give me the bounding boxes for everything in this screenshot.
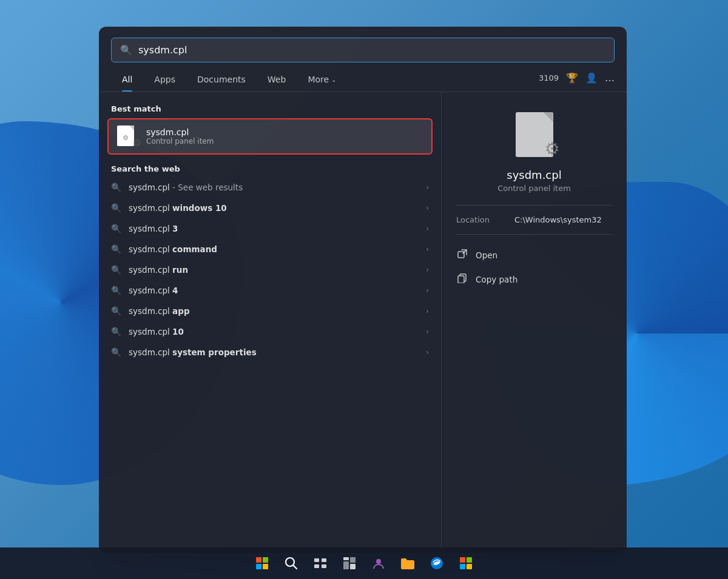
open-label: Open (476, 250, 497, 260)
tab-documents[interactable]: Documents (186, 70, 257, 92)
filter-tabs-left: All Apps Documents Web More ⌄ (111, 70, 347, 92)
file-explorer-icon (400, 557, 415, 569)
web-item-8[interactable]: 🔍 sysdm.cpl system properties › (99, 342, 441, 363)
tab-more[interactable]: More ⌄ (297, 70, 347, 92)
web-item-4[interactable]: 🔍 sysdm.cpl run › (99, 259, 441, 280)
arrow-icon-7: › (426, 327, 429, 336)
taskbar-search-button[interactable] (279, 551, 303, 575)
arrow-icon-2: › (426, 224, 429, 233)
best-match-info: sysdm.cpl Control panel item (146, 127, 423, 146)
tab-web[interactable]: Web (257, 70, 297, 92)
arrow-icon-5: › (426, 286, 429, 295)
svg-rect-18 (467, 564, 472, 569)
svg-rect-16 (467, 557, 472, 563)
start-button[interactable] (250, 551, 274, 575)
svg-rect-8 (322, 564, 326, 568)
detail-gear-icon: ⚙ (544, 139, 559, 159)
web-search-icon-5: 🔍 (111, 286, 121, 295)
best-match-name: sysdm.cpl (146, 127, 423, 137)
detail-name: sysdm.cpl (507, 169, 561, 181)
teams-chat-button[interactable] (366, 551, 391, 575)
more-options-icon[interactable]: … (605, 72, 615, 84)
web-item-0[interactable]: 🔍 sysdm.cpl - See web results › (99, 177, 441, 198)
svg-point-13 (376, 559, 381, 564)
svg-rect-12 (350, 564, 356, 569)
edge-button[interactable] (425, 551, 449, 575)
svg-rect-15 (460, 557, 465, 563)
filter-tabs-right: 3109 🏆 👤 … (539, 72, 615, 90)
best-match-type: Control panel item (146, 137, 423, 146)
search-input[interactable] (138, 44, 605, 56)
widgets-icon (343, 557, 356, 570)
detail-location-row: Location C:\Windows\system32 (456, 215, 612, 224)
web-item-text-5: sysdm.cpl 4 (129, 286, 419, 295)
search-input-area: 🔍 (99, 27, 627, 62)
copy-path-label: Copy path (476, 275, 517, 284)
arrow-icon-3: › (426, 245, 429, 253)
web-item-2[interactable]: 🔍 sysdm.cpl 3 › (99, 218, 441, 239)
file-explorer-button[interactable] (396, 551, 420, 575)
web-item-6[interactable]: 🔍 sysdm.cpl app › (99, 301, 441, 321)
filter-tabs: All Apps Documents Web More ⌄ 3109 🏆 👤 … (99, 62, 627, 92)
tab-all[interactable]: All (111, 70, 143, 92)
windows-icon (256, 557, 268, 569)
gear-icon: ⚙ (133, 137, 141, 149)
web-item-text-4: sysdm.cpl run (129, 265, 419, 275)
taskview-button[interactable] (308, 551, 332, 575)
svg-rect-2 (458, 276, 464, 283)
web-search-icon-6: 🔍 (111, 306, 121, 316)
web-search-icon-1: 🔍 (111, 203, 121, 213)
action-open[interactable]: Open (456, 243, 612, 267)
web-search-icon-4: 🔍 (111, 265, 121, 275)
widgets-button[interactable] (337, 551, 362, 575)
svg-rect-11 (343, 561, 349, 569)
taskview-icon (314, 558, 327, 569)
store-icon (459, 557, 473, 570)
web-search-icon-7: 🔍 (111, 327, 121, 336)
location-value: C:\Windows\system32 (514, 215, 602, 224)
web-item-text-3: sysdm.cpl command (129, 244, 419, 254)
search-box-icon: 🔍 (120, 44, 132, 56)
svg-line-4 (294, 566, 297, 569)
web-item-text-2: sysdm.cpl 3 (129, 224, 419, 233)
detail-divider-2 (456, 234, 612, 235)
web-search-icon-0: 🔍 (111, 182, 121, 192)
web-item-3[interactable]: 🔍 sysdm.cpl command › (99, 239, 441, 259)
arrow-icon-0: › (426, 183, 429, 192)
web-item-7[interactable]: 🔍 sysdm.cpl 10 › (99, 321, 441, 342)
web-search-icon-3: 🔍 (111, 244, 121, 254)
arrow-icon-8: › (426, 348, 429, 356)
web-item-text-6: sysdm.cpl app (129, 306, 419, 316)
teams-icon (372, 557, 385, 570)
web-item-text-8: sysdm.cpl system properties (129, 347, 419, 357)
cpl-file-icon: ⚙ ⚙ (117, 126, 139, 147)
web-item-text-1: sysdm.cpl windows 10 (129, 203, 419, 213)
web-item-text-7: sysdm.cpl 10 (129, 327, 419, 336)
action-copy-path[interactable]: Copy path (456, 267, 612, 292)
content-area: Best match ⚙ ⚙ sysdm.cpl Control panel i… (99, 92, 627, 553)
tab-more-label: More (308, 75, 329, 84)
person-icon[interactable]: 👤 (585, 72, 598, 84)
svg-rect-17 (460, 564, 465, 569)
search-box[interactable]: 🔍 (111, 38, 615, 62)
arrow-icon-4: › (426, 266, 429, 274)
svg-rect-9 (343, 557, 349, 560)
taskbar (0, 547, 728, 579)
detail-icon-area: ⚙ (510, 110, 559, 159)
trophy-icon[interactable]: 🏆 (566, 72, 578, 84)
store-button[interactable] (454, 551, 478, 575)
web-item-1[interactable]: 🔍 sysdm.cpl windows 10 › (99, 198, 441, 218)
taskbar-search-icon (285, 557, 298, 570)
best-match-item[interactable]: ⚙ ⚙ sysdm.cpl Control panel item (107, 118, 433, 155)
svg-rect-7 (314, 564, 319, 568)
search-panel: 🔍 All Apps Documents Web More ⌄ 3109 🏆 👤… (99, 27, 627, 553)
web-item-text-0: sysdm.cpl - See web results (129, 182, 419, 192)
svg-rect-6 (322, 558, 326, 562)
detail-divider-1 (456, 205, 612, 206)
web-item-5[interactable]: 🔍 sysdm.cpl 4 › (99, 280, 441, 301)
tab-apps[interactable]: Apps (143, 70, 186, 92)
arrow-icon-6: › (426, 307, 429, 315)
web-search-icon-2: 🔍 (111, 224, 121, 233)
chevron-down-icon: ⌄ (331, 76, 336, 83)
location-label: Location (456, 215, 505, 224)
